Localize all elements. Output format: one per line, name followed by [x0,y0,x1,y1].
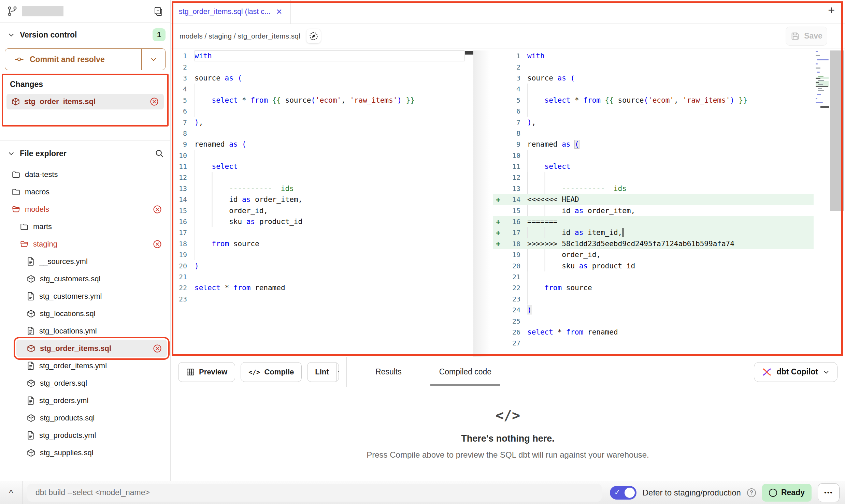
help-icon[interactable]: ? [747,488,756,497]
editor-area: stg_order_items.sql (last c... ✕ + model… [171,0,845,481]
file-row-stg-order-items-sql[interactable]: stg_order_items.sql [16,340,167,357]
changed-file-row[interactable]: stg_order_items.sql [6,94,164,109]
lint-button[interactable]: Lint [307,362,339,382]
line-number: 4 [171,84,192,94]
code-line-14: 14id as order_item, [171,194,464,205]
minimap[interactable] [816,50,829,106]
code-content [527,106,814,117]
diff-gutter [493,117,505,128]
save-button[interactable]: Save [786,27,827,46]
discard-file-icon[interactable] [153,344,162,353]
file-row-macros[interactable]: macros [0,183,167,201]
tab-compiled-code[interactable]: Compiled code [430,357,500,387]
file-row-stg-products-yml[interactable]: stg_products.yml [0,427,167,444]
compile-button[interactable]: </> Compile [241,362,302,382]
line-number: 22 [171,282,192,293]
file-explorer-header[interactable]: File explorer [8,146,164,161]
file-row-data-tests[interactable]: data-tests [0,166,167,183]
line-number: 27 [505,338,525,349]
file-row-staging[interactable]: staging [0,235,167,253]
line-number: 6 [505,106,525,117]
code-content: sku as product_id [195,216,464,227]
line-number: 12 [171,172,192,183]
code-line-7: 7), [493,117,814,128]
defer-toggle[interactable]: ✓ [610,486,636,500]
search-icon[interactable] [155,149,164,158]
line-number: 3 [171,73,192,84]
code-line-11: 11select [171,161,464,172]
diff-gutter [493,294,505,305]
close-tab-icon[interactable]: ✕ [276,8,282,16]
code-content: ---------- ids [195,183,464,194]
file-row-stg-orders-yml[interactable]: stg_orders.yml [0,392,167,409]
cube-icon [27,414,35,423]
code-line-22: 22select * from renamed [171,282,464,293]
file-row-stg-products-sql[interactable]: stg_products.sql [0,409,167,427]
file-row-stg-customers-sql[interactable]: stg_customers.sql [0,270,167,287]
file-row-stg-orders-sql[interactable]: stg_orders.sql [0,374,167,392]
code-line-15: 15order_id, [171,205,464,216]
code-content [527,271,814,282]
tab-stg-order-items[interactable]: stg_order_items.sql (last c... ✕ [171,0,291,24]
new-tab-button[interactable]: + [828,4,835,16]
line-number: 11 [171,161,192,172]
lineage-button[interactable] [306,29,321,43]
editor-pane-right[interactable]: 1with23source as (45select * from {{ sou… [493,50,845,357]
file-row-marts[interactable]: marts [0,218,167,235]
file-row-stg-order-items-yml[interactable]: stg_order_items.yml [0,357,167,374]
results-panel: </> There's nothing here. Press Compile … [171,387,845,481]
lint-options-caret[interactable] [336,362,339,382]
code-content: id as item_id, [527,227,814,238]
code-content: select * from renamed [527,327,814,338]
code-content: >>>>>>> 58c1dd23d5eebd9cd2495fa7124ab61b… [527,238,814,249]
changed-file-name: stg_order_items.sql [24,97,96,106]
code-line-11: 11select [493,161,814,172]
code-content: ), [195,117,464,128]
file-row-stg-customers-yml[interactable]: stg_customers.yml [0,287,167,305]
tab-results[interactable]: Results [367,357,411,387]
commit-button-main[interactable]: Commit and resolve [5,49,141,70]
line-number: 5 [505,95,525,106]
folder-open-icon [12,205,20,214]
dbt-copilot-button[interactable]: dbt Copilot [754,362,837,382]
file-label: __sources.yml [39,257,88,266]
commit-options-caret[interactable] [141,49,165,70]
discard-file-icon[interactable] [153,239,162,249]
cube-icon [27,275,35,283]
line-number: 8 [171,128,192,139]
file-row-stg-locations-sql[interactable]: stg_locations.sql [0,305,167,322]
code-content: select * from renamed [195,282,464,293]
code-content [195,227,464,238]
editor-pane-left[interactable]: 1with23source as (45select * from {{ sou… [171,50,473,357]
code-content: sku as product_id [527,260,814,271]
discard-file-icon[interactable] [153,205,162,214]
code-line-18: +18>>>>>>> 58c1dd23d5eebd9cd2495fa7124ab… [493,238,814,249]
branch-bar [0,0,170,23]
code-line-10: 10 [493,150,814,161]
version-control-header[interactable]: Version control 1 [8,27,166,42]
copy-icon[interactable] [153,6,163,16]
preview-button[interactable]: Preview [178,362,235,382]
diff-gutter [493,205,505,216]
line-number: 23 [505,294,525,305]
code-line-5: 5select * from {{ source('ecom', 'raw_it… [171,95,464,106]
file-row-stg-supplies-sql[interactable]: stg_supplies.sql [0,444,167,461]
cube-icon [27,309,35,318]
file-label: stg_locations.yml [39,327,97,336]
code-line-7: 7), [171,117,464,128]
line-number: 17 [505,227,525,238]
command-input[interactable]: dbt build --select <model_name> [27,484,602,502]
expand-command-bar-button[interactable]: ^ [0,481,23,504]
file-row-stg-locations-yml[interactable]: stg_locations.yml [0,322,167,340]
left-pane-scrollbar[interactable] [465,50,473,357]
right-pane-scrollbar[interactable] [830,50,844,211]
code-line-12: 12 [493,172,814,183]
commit-and-resolve-button[interactable]: Commit and resolve [5,48,166,70]
discard-change-icon[interactable] [149,97,159,106]
more-options-button[interactable]: ••• [818,483,840,502]
line-number: 12 [505,172,525,183]
breadcrumb: models / staging / stg_order_items.sql [180,32,300,40]
code-content: renamed as ( [527,139,814,150]
file-row-models[interactable]: models [0,201,167,218]
file-row--sources-yml[interactable]: __sources.yml [0,253,167,270]
